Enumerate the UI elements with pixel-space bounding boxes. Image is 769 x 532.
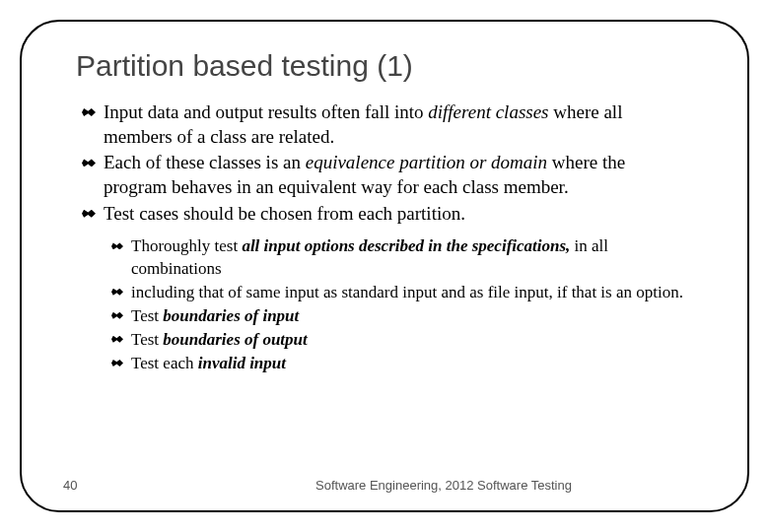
sub-bullet-emphasis: all input options described in the speci… [242,236,570,255]
slide-frame: Partition based testing (1) Input data a… [20,20,749,512]
sub-bullet-text: Test each [131,354,198,372]
sub-bullet-item: Test each invalid input [111,353,693,374]
main-bullet-list: Input data and output results often fall… [76,100,693,226]
sub-bullet-emphasis: boundaries of output [163,330,307,349]
sub-bullet-text: including that of same input as standard… [131,283,683,301]
sub-bullet-text: Test [131,330,163,349]
bullet-item: Test cases should be chosen from each pa… [82,202,693,227]
sub-bullet-text: Test [131,306,163,325]
sub-bullet-item: Test boundaries of output [111,329,693,351]
bullet-item: Each of these classes is an equivalence … [82,151,693,199]
sub-bullet-emphasis: boundaries of input [163,306,299,325]
sub-bullet-list: Thoroughly test all input options descri… [76,235,693,374]
sub-bullet-text: Thoroughly test [131,236,242,255]
sub-bullet-emphasis: invalid input [198,354,286,372]
bullet-emphasis: different classes [428,101,548,122]
bullet-text: Each of these classes is an [104,152,306,172]
bullet-text: Test cases should be chosen from each pa… [104,203,465,224]
sub-bullet-item: including that of same input as standard… [111,282,693,303]
bullet-emphasis: equivalence partition or domain [306,152,547,172]
bullet-text: Input data and output results often fall… [104,101,428,122]
slide-title: Partition based testing (1) [76,49,693,83]
footer-text: Software Engineering, 2012 Software Test… [22,478,747,493]
sub-bullet-item: Thoroughly test all input options descri… [111,235,693,279]
sub-bullet-item: Test boundaries of input [111,305,693,327]
bullet-item: Input data and output results often fall… [82,100,693,149]
